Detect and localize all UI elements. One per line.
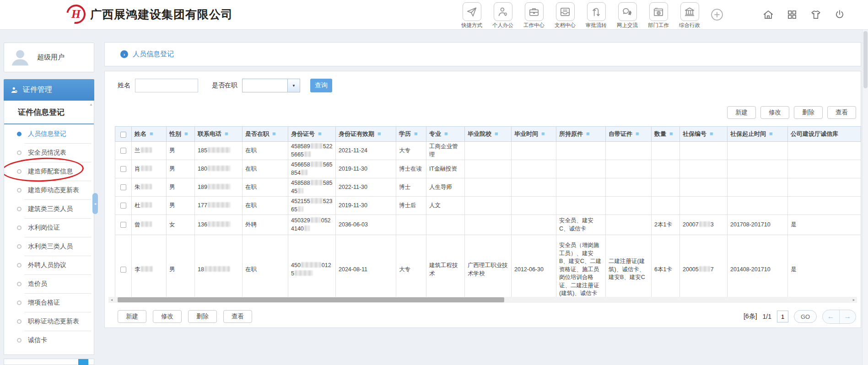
column-menu-icon[interactable]: ≡ [495,130,498,137]
sidebar-item-人员信息登记[interactable]: 人员信息登记 [4,124,94,143]
app-grid-icon[interactable] [786,9,798,21]
theme-shirt-icon[interactable] [810,9,822,21]
table-cell [512,215,556,235]
sidebar-item-外聘人员协议[interactable]: 外聘人员协议 [4,256,94,274]
table-row[interactable]: 肖男180在职4566585658542019-11-30博士在读IT金融投资 [115,160,861,178]
home-icon[interactable] [762,9,775,21]
sidebar-scroll-thumb[interactable] [78,359,88,365]
edit-button[interactable]: 修改 [760,106,789,119]
column-header-数量[interactable]: 数量≡ [652,127,680,142]
new-button[interactable]: 新建 [727,106,756,119]
sidebar-collapse-handle[interactable]: ◄ [92,193,98,214]
edit-button-bottom[interactable]: 修改 [153,310,182,323]
column-header-专业[interactable]: 专业≡ [426,127,465,142]
sidebar-item-建造师配套信息[interactable]: 建造师配套信息 [4,162,94,181]
view-button[interactable]: 查看 [827,106,856,119]
next-page-icon[interactable]: → [839,310,856,323]
hscroll-thumb[interactable] [118,297,504,302]
nav-chat[interactable]: 网上交流 [614,2,641,29]
sidebar-item-造价员[interactable]: 造价员 [4,274,94,293]
sidebar-item-职称证动态更新表[interactable]: 职称证动态更新表 [4,312,94,331]
sidebar-item-水利岗位证[interactable]: 水利岗位证 [4,218,94,237]
go-button[interactable]: GO [794,310,817,323]
nav-dept[interactable]: 部门工作 [645,2,672,29]
status-select[interactable]: ▼ [242,79,300,92]
column-header-身份证有效期[interactable]: 身份证有效期≡ [336,127,396,142]
nav-bank[interactable]: 综合行政 [676,2,703,29]
row-checkbox[interactable] [120,203,126,209]
sidebar-item-增项合格证[interactable]: 增项合格证 [4,293,94,312]
delete-button-bottom[interactable]: 删除 [188,310,217,323]
select-all-checkbox[interactable] [120,132,126,138]
column-header-毕业时间[interactable]: 毕业时间≡ [512,127,556,142]
sidebar-item-建筑类三类人员[interactable]: 建筑类三类人员 [4,199,94,218]
chevron-down-icon[interactable]: ▼ [287,79,300,92]
prev-page-icon[interactable]: ← [823,310,839,323]
menu-scrollbar-up-arrow[interactable]: ▲ [89,102,93,107]
column-menu-icon[interactable]: ≡ [710,130,713,137]
status-select-value [243,79,287,92]
sidebar-item-水利类三类人员[interactable]: 水利类三类人员 [4,237,94,256]
nav-doc-tray[interactable]: 文档中心 [552,2,578,29]
nav-briefcase[interactable]: 工作中心 [521,2,547,29]
scroll-left-icon[interactable]: ◄ [108,298,115,301]
column-header-社保起止时间[interactable]: 社保起止时间≡ [728,127,788,142]
column-menu-icon[interactable]: ≡ [318,130,322,137]
column-header-学历[interactable]: 学历≡ [396,127,426,142]
nav-paper-plane[interactable]: 快捷方式 [458,2,485,29]
table-row[interactable]: 杜男177在职452155523652019-11-30博士后人文 [115,197,861,215]
column-header-性别[interactable]: 性别≡ [167,127,195,142]
row-checkbox[interactable] [120,148,126,154]
row-checkbox[interactable] [120,222,126,228]
redacted-text [208,221,231,227]
new-button-bottom[interactable]: 新建 [118,310,146,323]
column-menu-icon[interactable]: ≡ [272,130,276,137]
column-header-自带证件[interactable]: 自带证件≡ [606,127,652,142]
table-row[interactable]: 曾女136外聘45032905241402036-06-03安全员、建安C、诚信… [115,215,861,235]
row-checkbox[interactable] [120,267,126,273]
sidebar-item-建造师动态更新表[interactable]: 建造师动态更新表 [4,181,94,199]
power-icon[interactable] [834,9,846,21]
name-input[interactable] [135,79,198,92]
view-button-bottom[interactable]: 查看 [223,310,252,323]
column-header-姓名[interactable]: 姓名≡ [132,127,167,142]
column-header-公司建设厅诚信库[interactable]: 公司建设厅诚信库 [788,127,861,142]
column-menu-icon[interactable]: ≡ [150,130,153,137]
nav-flow-arrows[interactable]: 审批流转 [583,2,609,29]
page-number-input[interactable] [777,311,788,322]
horizontal-scrollbar[interactable]: ◄ ► [108,297,857,303]
column-menu-icon[interactable]: ≡ [541,130,545,137]
table-row[interactable]: 兰男185在职45858952256652021-11-24大专工商企业管理 [115,142,861,160]
column-menu-icon[interactable]: ≡ [184,130,188,137]
column-menu-icon[interactable]: ≡ [636,130,639,137]
scroll-right-icon[interactable]: ► [851,298,857,301]
column-header-毕业院校[interactable]: 毕业院校≡ [465,127,512,142]
table-row[interactable]: 朱男189在职458588585452022-11-30博士人生导师 [115,178,861,197]
nav-person[interactable]: 个人办公 [490,2,516,29]
column-menu-icon[interactable]: ≡ [444,130,448,137]
row-checkbox[interactable] [120,184,126,190]
row-select-cell [115,235,132,297]
table-row[interactable]: 李男18在职45001252024-08-11大专建筑工程技术广西理工职业技术学… [115,235,861,297]
column-menu-icon[interactable]: ≡ [225,130,228,137]
column-menu-icon[interactable]: ≡ [414,130,418,137]
sidebar-item-安全员情况表[interactable]: 安全员情况表 [4,143,94,162]
column-header-身份证号[interactable]: 身份证号≡ [288,127,336,142]
sidebar-item-诚信卡[interactable]: 诚信卡 [4,331,94,349]
column-menu-icon[interactable]: ≡ [377,130,381,137]
column-header-联系电话[interactable]: 联系电话≡ [195,127,243,142]
column-header-社保编号[interactable]: 社保编号≡ [680,127,728,142]
row-checkbox[interactable] [120,166,126,172]
add-shortcut-button[interactable] [710,8,724,21]
page-scrollbar[interactable] [862,30,868,365]
column-menu-icon[interactable]: ≡ [769,130,773,137]
sidebar-section-certificates[interactable]: 证件管理 [4,79,94,101]
column-menu-icon[interactable]: ≡ [586,130,590,137]
column-header-所持原件[interactable]: 所持原件≡ [556,127,606,142]
vscroll-thumb[interactable] [863,31,868,88]
column-header-是否在职[interactable]: 是否在职≡ [243,127,288,142]
column-menu-icon[interactable]: ≡ [669,130,673,137]
sidebar: 超级用户 证件管理 证件信息登记 人员信息登记 安全员情况表 建造师配套信息 建… [4,43,94,365]
query-button[interactable]: 查询 [310,79,332,92]
delete-button[interactable]: 删除 [794,106,823,119]
